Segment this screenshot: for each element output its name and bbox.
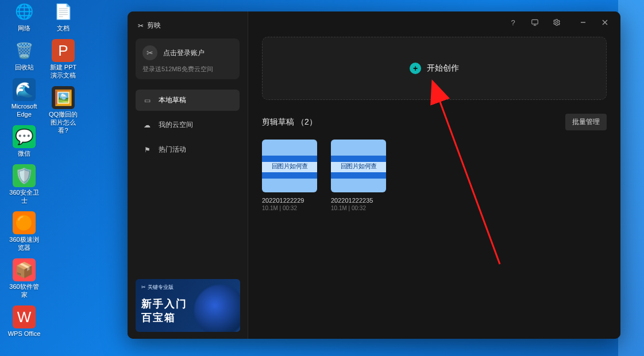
desktop-icon-glyph: 🛡️: [13, 164, 36, 187]
svg-point-1: [556, 21, 558, 24]
draft-name: 202201222229: [262, 197, 317, 204]
desktop-icon-glyph: P: [52, 39, 75, 62]
feedback-icon[interactable]: [527, 15, 542, 30]
sidebar-item-label: 热门活动: [159, 145, 186, 154]
desktop-icon-label: 微信: [18, 149, 30, 157]
sidebar: ✂ 剪映 ✂ 点击登录账户 登录送512MB免费云空间 ▭本地草稿☁我的云空间⚑…: [128, 11, 248, 339]
desktop-icon-label: 360安全卫士: [7, 188, 41, 204]
login-subtext: 登录送512MB免费云空间: [142, 65, 233, 73]
batch-manage-label: 批量管理: [572, 118, 600, 126]
draft-meta: 10.1M | 00:32: [331, 205, 386, 211]
desktop-icon-glyph: 📄: [52, 0, 75, 23]
drafts-title-prefix: 剪辑草稿: [262, 117, 294, 126]
promo-art: [194, 285, 240, 332]
draft-thumbnail: 回图片如何查: [262, 140, 317, 192]
drafts-title: 剪辑草稿 （2）: [262, 117, 317, 127]
desktop-icon-glyph: W: [13, 305, 36, 328]
app-logo-icon: ✂: [142, 45, 157, 60]
desktop-icon[interactable]: 💬微信: [7, 125, 41, 157]
cloud-icon: ☁: [142, 121, 152, 129]
app-title-text: 剪映: [147, 21, 161, 30]
desktop-icon-label: 360极速浏览器: [7, 235, 41, 251]
desktop-icon-label: QQ撤回的图片怎么看?: [46, 110, 80, 134]
desktop-right-strip: [618, 0, 644, 356]
desktop-icon-glyph: 🖼️: [52, 86, 75, 109]
desktop-icon[interactable]: 🖼️QQ撤回的图片怎么看?: [46, 86, 80, 134]
desktop-icon-label: 回收站: [15, 63, 34, 71]
start-create-button[interactable]: + 开始创作: [262, 37, 607, 100]
promo-banner[interactable]: ✂ 关键专业版 新手入门 百宝箱: [136, 279, 240, 332]
desktop-icon[interactable]: 🗑️回收站: [7, 39, 41, 71]
desktop-icon-label: 文档: [57, 24, 70, 32]
desktop-icon[interactable]: WWPS Office: [7, 305, 41, 338]
start-create-label: 开始创作: [427, 63, 459, 73]
desktop-icon-glyph: 🌐: [13, 0, 36, 23]
desktop-icon-glyph: 📦: [13, 258, 36, 281]
draft-meta: 10.1M | 00:32: [262, 205, 317, 211]
sidebar-item[interactable]: ▭本地草稿: [136, 90, 240, 111]
desktop-icon[interactable]: 🌊Microsoft Edge: [7, 78, 41, 118]
flag-icon: ⚑: [142, 146, 152, 154]
sidebar-item-label: 我的云空间: [159, 120, 193, 130]
drafts-count-wrap: （2）: [296, 117, 317, 126]
draft-thumbnail: 回图片如何查: [331, 140, 386, 192]
drafts-count: 2: [304, 117, 309, 126]
desktop-icons-col2: 📄文档P新建 PPT 演示文稿🖼️QQ撤回的图片怎么看?: [46, 0, 132, 141]
draft-card[interactable]: 回图片如何查20220122223510.1M | 00:32: [331, 140, 386, 211]
sidebar-item[interactable]: ⚑热门活动: [136, 139, 240, 160]
desktop-icon[interactable]: 📦360软件管家: [7, 258, 41, 299]
draft-name: 202201222235: [331, 197, 386, 204]
desktop-icon[interactable]: 📄文档: [46, 0, 80, 32]
sidebar-item-label: 本地草稿: [159, 95, 186, 105]
sidebar-nav: ▭本地草稿☁我的云空间⚑热门活动: [136, 90, 240, 164]
sidebar-item[interactable]: ☁我的云空间: [136, 114, 240, 136]
login-card[interactable]: ✂ 点击登录账户 登录送512MB免费云空间: [136, 38, 240, 79]
desktop-icon-label: 网络: [18, 24, 30, 32]
close-button[interactable]: [597, 15, 612, 30]
main-area: ? + 开始创作 剪辑草稿 （2） 批量管理: [248, 11, 620, 339]
plus-icon: +: [410, 63, 421, 74]
desktop-icon-label: WPS Office: [8, 330, 41, 338]
desktop-icon[interactable]: P新建 PPT 演示文稿: [46, 39, 80, 79]
desktop-icon-glyph: 🟠: [13, 211, 36, 234]
minimize-button[interactable]: [576, 15, 591, 30]
folder-icon: ▭: [142, 96, 152, 105]
login-row: ✂ 点击登录账户: [142, 45, 233, 60]
settings-icon[interactable]: [549, 15, 564, 30]
desktop-icon-glyph: 🗑️: [13, 39, 36, 62]
desktop-icon[interactable]: 🛡️360安全卫士: [7, 164, 41, 204]
desktop-icon-label: Microsoft Edge: [7, 102, 41, 118]
draft-card[interactable]: 回图片如何查20220122222910.1M | 00:32: [262, 140, 317, 211]
help-icon[interactable]: ?: [506, 15, 520, 30]
desktop-icon-label: 新建 PPT 演示文稿: [46, 63, 80, 79]
desktop-icon-glyph: 🌊: [13, 78, 36, 101]
desktop-icon[interactable]: 🌐网络: [7, 0, 41, 32]
batch-manage-button[interactable]: 批量管理: [565, 114, 607, 130]
drafts-grid: 回图片如何查20220122222910.1M | 00:32回图片如何查202…: [248, 136, 620, 215]
jianying-window: ✂ 剪映 ✂ 点击登录账户 登录送512MB免费云空间 ▭本地草稿☁我的云空间⚑…: [128, 11, 620, 339]
app-title: ✂ 剪映: [136, 18, 240, 38]
svg-rect-0: [532, 20, 538, 24]
login-button-label: 点击登录账户: [163, 48, 205, 58]
titlebar: ?: [248, 11, 620, 33]
desktop-icon-glyph: 💬: [13, 125, 36, 148]
desktop-icon-label: 360软件管家: [7, 283, 41, 299]
desktop-icon[interactable]: 🟠360极速浏览器: [7, 211, 41, 251]
scissors-icon: ✂: [138, 22, 144, 30]
drafts-header: 剪辑草稿 （2） 批量管理: [262, 114, 607, 130]
